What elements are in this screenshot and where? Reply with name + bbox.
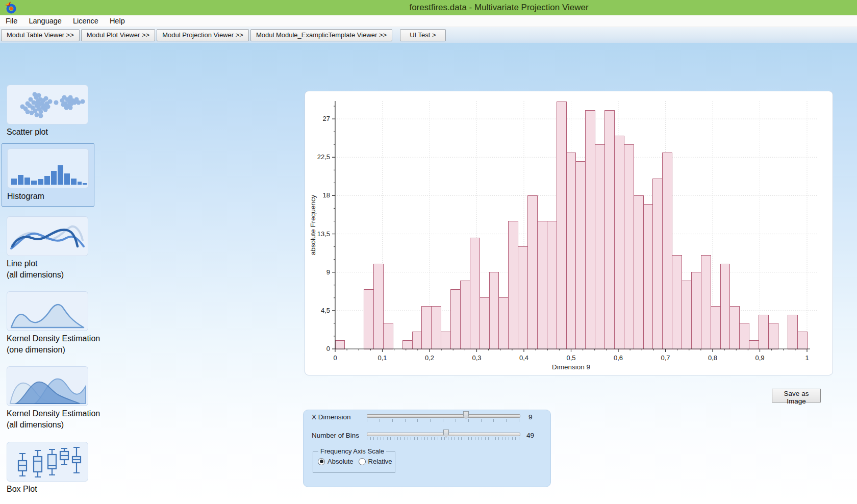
svg-text:0,9: 0,9: [755, 354, 764, 362]
svg-text:9: 9: [326, 268, 330, 276]
svg-text:0,3: 0,3: [472, 354, 481, 362]
svg-text:Dimension 9: Dimension 9: [552, 363, 590, 371]
sidebar-item-sublabel: (all dimensions): [7, 419, 64, 431]
sidebar-item-label: Box Plot: [7, 484, 37, 495]
x-dimension-slider-ticks: [367, 419, 519, 422]
x-dimension-value: 9: [528, 413, 533, 421]
module-toolbar: Modul Table Viewer >> Modul Plot Viewer …: [0, 27, 857, 43]
histogram-chart: 04,5913,51822,52700,10,20,30,40,50,60,70…: [305, 91, 834, 376]
app-logo-icon: [4, 1, 17, 14]
kde-one-dimension-icon: [7, 291, 88, 331]
svg-text:0,8: 0,8: [708, 354, 717, 362]
sidebar-item-histogram[interactable]: Histogram: [2, 143, 94, 207]
sidebar-item-label: Histogram: [7, 191, 44, 202]
svg-text:0,4: 0,4: [519, 354, 528, 362]
svg-text:0: 0: [333, 354, 337, 362]
absolute-radio-label[interactable]: Absolute: [327, 458, 354, 465]
number-of-bins-value: 49: [526, 432, 534, 439]
sidebar-item-label: Kernel Density Estimation: [7, 333, 100, 344]
svg-text:22,5: 22,5: [317, 153, 330, 161]
menu-file[interactable]: File: [0, 16, 23, 26]
toolbar-button-projection-viewer[interactable]: Modul Projection Viewer >>: [157, 29, 249, 41]
number-of-bins-slider-ticks: [367, 437, 519, 441]
menu-licence[interactable]: Licence: [67, 16, 104, 26]
x-dimension-slider-thumb[interactable]: [463, 411, 469, 419]
number-of-bins-label: Number of Bins: [312, 432, 359, 439]
svg-text:0,5: 0,5: [566, 354, 575, 362]
svg-text:13,5: 13,5: [317, 230, 330, 238]
sidebar-item-kde-all-dimensions[interactable]: Kernel Density Estimation (all dimension…: [2, 366, 93, 438]
app-window: forestfires.data - Multivariate Projecti…: [0, 0, 857, 504]
svg-text:absolute Frequency: absolute Frequency: [309, 194, 317, 255]
window-title: forestfires.data - Multivariate Projecti…: [409, 3, 588, 13]
sidebar-item-label: Kernel Density Estimation: [7, 408, 100, 419]
menu-bar: File Language Licence Help: [0, 15, 857, 27]
svg-text:27: 27: [323, 115, 330, 122]
sidebar-item-sublabel: (all dimensions): [7, 269, 64, 281]
sidebar-item-kde-one-dimension[interactable]: Kernel Density Estimation (one dimension…: [2, 291, 93, 363]
scatter-plot-icon: [7, 85, 88, 124]
sidebar-item-box-plot[interactable]: Box Plot: [2, 442, 93, 499]
box-plot-icon: [7, 442, 88, 482]
chart-panel: 04,5913,51822,52700,10,20,30,40,50,60,70…: [305, 91, 833, 375]
sidebar-item-label: Scatter plot: [7, 127, 48, 138]
x-dimension-label: X Dimension: [312, 413, 351, 421]
histogram-icon: [7, 148, 89, 188]
line-plot-icon: [7, 216, 88, 256]
svg-text:4,5: 4,5: [321, 307, 330, 314]
svg-text:1: 1: [805, 354, 809, 362]
save-as-image-button[interactable]: Save as Image: [772, 389, 821, 402]
relative-radio-label[interactable]: Relative: [368, 458, 392, 465]
toolbar-button-example-template-viewer[interactable]: Modul Module_ExamplicTemplate Viewer >>: [250, 29, 392, 41]
svg-text:0,6: 0,6: [614, 354, 623, 362]
controls-panel: X Dimension 9 Number of Bins 49 Frequenc…: [303, 410, 551, 487]
sidebar-item-scatter-plot[interactable]: Scatter plot: [2, 85, 93, 142]
number-of-bins-slider-thumb[interactable]: [443, 430, 449, 438]
x-dimension-slider[interactable]: [367, 414, 520, 418]
svg-text:18: 18: [323, 191, 330, 199]
sidebar-item-label: Line plot: [7, 258, 38, 269]
menu-language[interactable]: Language: [23, 16, 67, 26]
svg-text:0,2: 0,2: [425, 354, 434, 362]
sidebar-item-line-plot[interactable]: Line plot (all dimensions): [2, 216, 93, 288]
svg-text:0: 0: [326, 345, 330, 352]
toolbar-button-plot-viewer[interactable]: Modul Plot Viewer >>: [81, 29, 155, 41]
frequency-axis-scale-group: Frequency Axis Scale Absolute Relative: [313, 451, 395, 473]
svg-text:0,1: 0,1: [377, 354, 387, 362]
toolbar-button-table-viewer[interactable]: Modul Table Viewer >>: [1, 29, 80, 41]
toolbar-button-ui-test[interactable]: UI Test >: [400, 29, 445, 41]
menu-help[interactable]: Help: [104, 16, 131, 26]
sidebar-item-sublabel: (one dimension): [7, 344, 65, 356]
title-bar: forestfires.data - Multivariate Projecti…: [0, 0, 857, 15]
relative-radio[interactable]: [359, 458, 366, 465]
frequency-axis-scale-legend: Frequency Axis Scale: [318, 447, 386, 455]
absolute-radio[interactable]: [318, 458, 325, 465]
kde-all-dimensions-icon: [7, 366, 88, 406]
svg-text:0,7: 0,7: [661, 354, 670, 362]
